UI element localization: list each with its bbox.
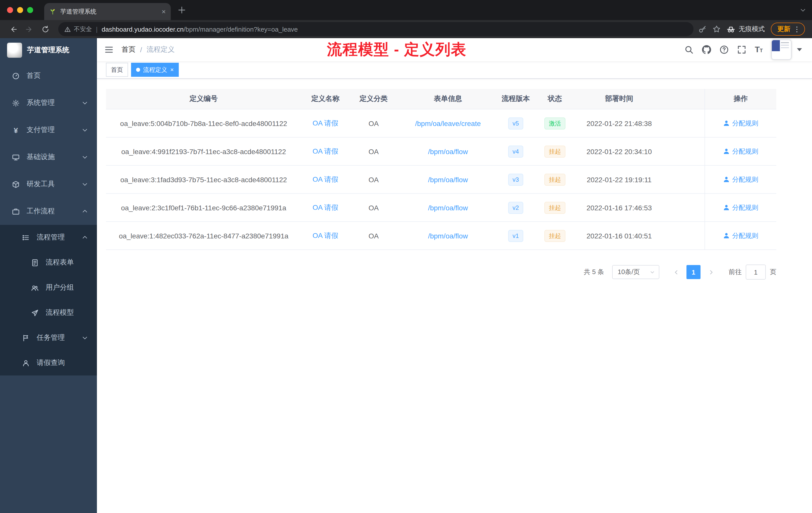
chevron-down-icon xyxy=(82,127,88,133)
chevron-left-icon xyxy=(673,269,679,275)
assign-rule-button[interactable]: 分配规则 xyxy=(723,119,758,128)
definition-name-link[interactable]: OA 请假 xyxy=(313,231,339,239)
sidebar-item-process-model[interactable]: 流程模型 xyxy=(0,300,97,325)
goto-page-input[interactable] xyxy=(746,265,766,280)
tab-close-icon[interactable]: × xyxy=(162,8,166,15)
definition-name-link[interactable]: OA 请假 xyxy=(313,175,339,183)
cell-deploy-time: 2022-01-22 21:48:38 xyxy=(577,119,662,127)
form-link[interactable]: /bpm/oa/flow xyxy=(428,175,468,183)
toolbar-right: 无痕模式 更新 ⋮ xyxy=(698,23,805,36)
sidebar-item-infrastructure[interactable]: 基础设施 xyxy=(0,144,97,171)
column-filler xyxy=(662,89,704,109)
status-badge: 激活 xyxy=(544,117,566,129)
version-badge: v3 xyxy=(508,174,523,185)
help-icon[interactable] xyxy=(720,45,729,54)
sidebar-item-label: 支付管理 xyxy=(27,125,75,134)
sidebar-item-home[interactable]: 首页 xyxy=(0,62,97,89)
incognito-icon xyxy=(727,25,735,33)
sidebar-item-system[interactable]: 系统管理 xyxy=(0,89,97,117)
reload-button[interactable] xyxy=(39,23,51,35)
sidebar-item-user-group[interactable]: 用户分组 xyxy=(0,275,97,300)
tag-home[interactable]: 首页 xyxy=(106,63,128,77)
page-number-button[interactable]: 1 xyxy=(687,265,700,279)
status-badge: 挂起 xyxy=(544,202,566,214)
sidebar: 芋道管理系统 首页 系统管理 ¥ 支付管理 基础设施 xyxy=(0,38,97,513)
form-link[interactable]: /bpm/oa/leave/create xyxy=(415,119,481,127)
chevron-down-icon[interactable] xyxy=(800,7,806,13)
next-page-button[interactable] xyxy=(704,265,718,279)
bookmark-star-icon[interactable] xyxy=(713,25,721,33)
sidebar-item-payment[interactable]: ¥ 支付管理 xyxy=(0,117,97,144)
cell-definition-id: oa_leave:3:1fad3d93-7b75-11ec-a3c8-acde4… xyxy=(106,175,301,183)
address-bar[interactable]: 不安全 | dashboard.yudao.iocoder.cn/bpm/man… xyxy=(58,22,694,36)
maximize-window-button[interactable] xyxy=(27,7,33,13)
close-window-button[interactable] xyxy=(7,7,13,13)
dashboard-icon xyxy=(12,72,20,80)
sidebar-toggle-button[interactable] xyxy=(105,45,114,54)
content-area: 定义编号 定义名称 定义分类 表单信息 流程版本 状态 部署时间 操作 oa_l… xyxy=(97,79,812,513)
github-icon[interactable] xyxy=(702,45,711,54)
chevron-up-icon xyxy=(82,234,88,240)
definition-name-link[interactable]: OA 请假 xyxy=(313,147,339,155)
assign-rule-button[interactable]: 分配规则 xyxy=(723,175,758,184)
sidebar-logo[interactable]: 芋道管理系统 xyxy=(0,38,97,62)
column-header: 操作 xyxy=(704,89,776,109)
cell-category: OA xyxy=(349,147,398,155)
cell-deploy-time: 2022-01-22 19:19:11 xyxy=(577,175,662,183)
cell-definition-id: oa_leave:1:482ec033-762a-11ec-8477-a2380… xyxy=(106,232,301,240)
minimize-window-button[interactable] xyxy=(17,7,23,13)
sidebar-item-task-management[interactable]: 任务管理 xyxy=(0,325,97,350)
status-badge: 挂起 xyxy=(544,174,566,185)
sidebar-item-leave-query[interactable]: 请假查询 xyxy=(0,350,97,375)
form-link[interactable]: /bpm/oa/flow xyxy=(428,147,468,155)
goto-label: 前往 xyxy=(729,268,742,277)
search-icon[interactable] xyxy=(685,45,694,54)
cell-filler xyxy=(662,194,704,221)
tag-close-icon[interactable]: × xyxy=(170,67,174,73)
security-chip[interactable]: 不安全 xyxy=(64,25,92,33)
breadcrumb-home[interactable]: 首页 xyxy=(121,45,136,54)
form-link[interactable]: /bpm/oa/flow xyxy=(428,232,468,240)
sidebar-item-process-management[interactable]: 流程管理 xyxy=(0,225,97,250)
table-row: oa_leave:3:1fad3d93-7b75-11ec-a3c8-acde4… xyxy=(106,165,776,194)
sidebar-item-process-form[interactable]: 流程表单 xyxy=(0,250,97,275)
new-tab-button[interactable] xyxy=(178,6,186,14)
total-count: 共 5 条 xyxy=(584,268,604,277)
browser-menu-icon[interactable]: ⋮ xyxy=(793,26,801,33)
page-size-value: 10条/页 xyxy=(618,268,640,277)
browser-tab[interactable]: 芋道管理系统 × xyxy=(44,3,171,20)
column-header: 定义分类 xyxy=(349,94,398,103)
tag-label: 首页 xyxy=(111,65,123,74)
tag-process-definition[interactable]: 流程定义 × xyxy=(131,63,179,77)
tags-view: 首页 流程定义 × xyxy=(97,61,812,79)
assign-rule-button[interactable]: 分配规则 xyxy=(723,203,758,212)
fullscreen-icon[interactable] xyxy=(737,45,746,54)
assign-rule-button[interactable]: 分配规则 xyxy=(723,231,758,240)
page-size-select[interactable]: 10条/页 xyxy=(612,265,659,279)
sidebar-item-label: 系统管理 xyxy=(27,98,75,108)
column-header: 状态 xyxy=(533,94,577,103)
page-header: 首页 / 流程定义 流程模型 - 定义列表 TT xyxy=(97,38,812,61)
assign-rule-label: 分配规则 xyxy=(732,119,758,128)
avatar-caret-icon[interactable] xyxy=(797,48,802,51)
avatar[interactable] xyxy=(771,40,791,60)
version-badge: v2 xyxy=(508,202,523,214)
user-icon xyxy=(723,204,730,211)
cell-filler xyxy=(662,110,704,137)
font-size-icon[interactable]: TT xyxy=(755,46,763,54)
paper-plane-icon xyxy=(31,309,39,316)
sidebar-item-workflow[interactable]: 工作流程 xyxy=(0,198,97,225)
table-row: oa_leave:1:482ec033-762a-11ec-8477-a2380… xyxy=(106,222,776,250)
briefcase-icon xyxy=(12,208,20,215)
form-link[interactable]: /bpm/oa/flow xyxy=(428,204,468,212)
sidebar-item-devtools[interactable]: 研发工具 xyxy=(0,171,97,198)
forward-button[interactable] xyxy=(23,23,35,35)
prev-page-button[interactable] xyxy=(669,265,683,279)
key-icon[interactable] xyxy=(698,25,706,33)
yen-icon: ¥ xyxy=(12,126,20,134)
assign-rule-button[interactable]: 分配规则 xyxy=(723,147,758,156)
definition-name-link[interactable]: OA 请假 xyxy=(313,203,339,211)
back-button[interactable] xyxy=(7,23,19,35)
definition-name-link[interactable]: OA 请假 xyxy=(313,119,339,127)
update-button[interactable]: 更新 ⋮ xyxy=(771,23,805,36)
